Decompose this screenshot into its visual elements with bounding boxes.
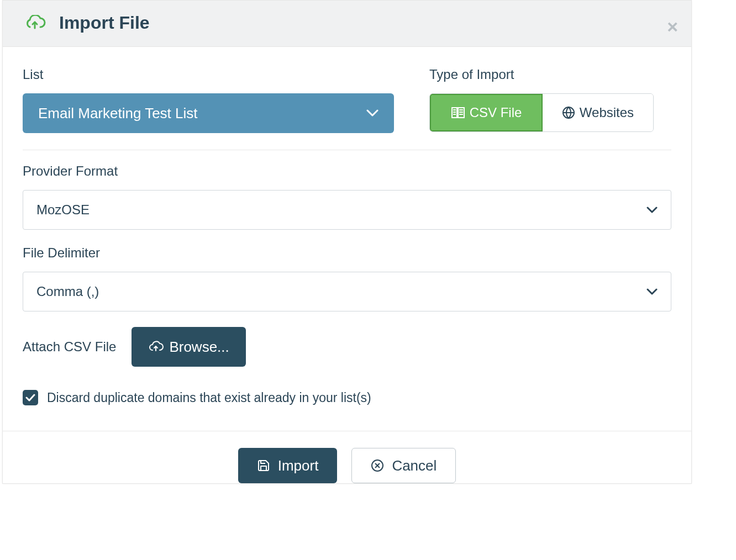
provider-format-select[interactable]: MozOSE xyxy=(23,190,671,230)
modal-title: Import File xyxy=(59,13,150,33)
import-button[interactable]: Import xyxy=(238,448,338,483)
type-column: Type of Import CSV File Websites xyxy=(429,67,671,133)
file-delimiter-group: File Delimiter Comma (,) xyxy=(23,245,671,311)
close-icon[interactable]: × xyxy=(667,17,678,36)
browse-button[interactable]: Browse... xyxy=(132,327,245,367)
discard-duplicates-label: Discard duplicate domains that exist alr… xyxy=(47,390,371,405)
list-dropdown-value: Email Marketing Test List xyxy=(38,105,198,122)
modal-body: List Email Marketing Test List Type of I… xyxy=(3,47,691,431)
file-delimiter-label: File Delimiter xyxy=(23,245,671,261)
chevron-down-icon xyxy=(646,288,658,295)
cancel-button-label: Cancel xyxy=(392,457,437,474)
cloud-upload-icon xyxy=(148,341,164,353)
provider-format-label: Provider Format xyxy=(23,163,671,179)
websites-toggle[interactable]: Websites xyxy=(543,94,653,131)
globe-icon xyxy=(562,106,575,119)
csv-file-toggle[interactable]: CSV File xyxy=(430,94,543,131)
import-type-toggle: CSV File Websites xyxy=(429,93,654,132)
modal-footer: Import Cancel xyxy=(3,431,691,483)
provider-format-value: MozOSE xyxy=(36,202,90,218)
discard-duplicates-checkbox[interactable] xyxy=(23,390,38,405)
discard-duplicates-row: Discard duplicate domains that exist alr… xyxy=(23,390,671,405)
save-icon xyxy=(257,459,270,472)
file-delimiter-select[interactable]: Comma (,) xyxy=(23,272,671,311)
chevron-down-icon xyxy=(366,109,378,117)
list-dropdown[interactable]: Email Marketing Test List xyxy=(23,93,394,133)
type-label: Type of Import xyxy=(429,67,671,82)
attach-csv-label: Attach CSV File xyxy=(23,339,116,355)
chevron-down-icon xyxy=(646,207,658,213)
modal-header: Import File × xyxy=(3,1,691,47)
list-label: List xyxy=(23,67,394,82)
import-button-label: Import xyxy=(278,457,319,474)
provider-format-group: Provider Format MozOSE xyxy=(23,163,671,230)
list-column: List Email Marketing Test List xyxy=(23,67,394,133)
browse-button-label: Browse... xyxy=(169,339,229,356)
cancel-icon xyxy=(371,459,384,472)
cloud-upload-icon xyxy=(24,15,46,31)
attach-row: Attach CSV File Browse... xyxy=(23,327,671,367)
csv-file-label: CSV File xyxy=(470,105,522,120)
cancel-button[interactable]: Cancel xyxy=(351,448,456,483)
book-icon xyxy=(451,106,465,119)
websites-label: Websites xyxy=(580,105,634,120)
top-row: List Email Marketing Test List Type of I… xyxy=(23,67,671,150)
file-delimiter-value: Comma (,) xyxy=(36,284,99,299)
import-file-modal: Import File × List Email Marketing Test … xyxy=(2,0,692,484)
